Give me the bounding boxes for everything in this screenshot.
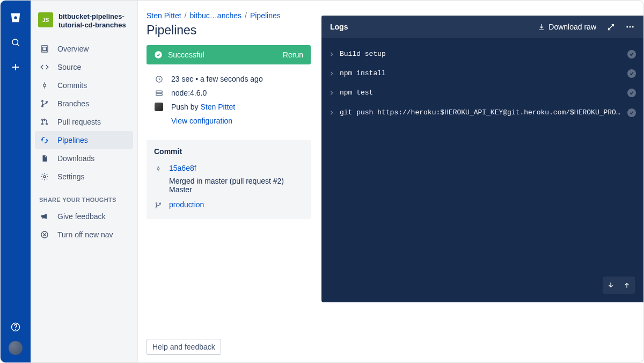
sidebar-item-branches[interactable]: Branches bbox=[35, 95, 133, 113]
download-raw-button[interactable]: Download raw bbox=[538, 23, 596, 31]
sidebar-item-turn-off-new-nav[interactable]: Turn off new nav bbox=[35, 226, 133, 244]
svg-point-23 bbox=[630, 26, 631, 28]
commit-message-row: Merged in master (pull request #2) Maste… bbox=[154, 174, 303, 199]
check-icon bbox=[627, 89, 636, 97]
svg-rect-16 bbox=[156, 91, 162, 93]
sidebar-item-commits[interactable]: Commits bbox=[35, 76, 133, 95]
sidebar-item-source[interactable]: Source bbox=[35, 58, 133, 76]
search-icon[interactable] bbox=[7, 34, 24, 51]
scroll-down-button[interactable] bbox=[603, 277, 619, 294]
sidebar-item-label: Source bbox=[57, 63, 81, 71]
commit-branch-row: production bbox=[154, 199, 303, 210]
log-line[interactable]: git push https://heroku:$HEROKU_API_KEY@… bbox=[329, 103, 636, 122]
branch-icon bbox=[154, 200, 163, 209]
main-content: Sten Pittet / bitbuc…anches / Pipelines … bbox=[138, 1, 321, 362]
more-icon[interactable] bbox=[625, 22, 635, 32]
sidebar-item-downloads[interactable]: Downloads bbox=[35, 149, 133, 168]
feedback-list: Give feedbackTurn off new nav bbox=[31, 207, 137, 244]
svg-point-22 bbox=[626, 26, 628, 28]
breadcrumb-item[interactable]: Sten Pittet bbox=[147, 11, 181, 20]
check-icon bbox=[627, 69, 636, 78]
help-icon[interactable] bbox=[7, 318, 24, 336]
chevron-right-icon bbox=[329, 71, 336, 76]
svg-rect-17 bbox=[156, 93, 162, 96]
sidebar-item-label: Settings bbox=[57, 172, 85, 181]
scroll-up-button[interactable] bbox=[619, 277, 635, 294]
bitbucket-icon[interactable] bbox=[7, 9, 24, 26]
log-text: npm test bbox=[340, 88, 623, 98]
overview-icon bbox=[39, 45, 50, 53]
settings-icon bbox=[39, 172, 50, 181]
author-link[interactable]: Sten Pittet bbox=[200, 103, 235, 111]
svg-point-19 bbox=[156, 202, 157, 204]
commit-hash-row: 15a6e8f bbox=[154, 162, 303, 174]
svg-point-2 bbox=[16, 329, 16, 330]
sidebar-item-label: Pipelines bbox=[57, 136, 88, 144]
downloads-icon bbox=[39, 154, 50, 163]
chevron-right-icon bbox=[329, 52, 336, 57]
sidebar-item-pipelines[interactable]: Pipelines bbox=[35, 131, 133, 149]
commit-card: Commit 15a6e8f Merged in master (pull re… bbox=[147, 140, 311, 219]
meta-image-text: node:4.6.0 bbox=[171, 89, 207, 97]
section-label: SHARE YOUR THOUGHTS bbox=[31, 186, 137, 207]
user-avatar[interactable] bbox=[9, 341, 23, 355]
svg-rect-3 bbox=[41, 46, 48, 52]
sidebar: JS bitbucket-pipelines-tutorial-cd-branc… bbox=[31, 1, 138, 362]
breadcrumb-sep: / bbox=[185, 11, 187, 20]
server-icon bbox=[154, 89, 164, 97]
view-config-link[interactable]: View configuration bbox=[171, 117, 232, 125]
logs-panel: Logs Download raw Build setupnpm install… bbox=[321, 16, 643, 302]
svg-point-9 bbox=[42, 119, 43, 120]
source-icon bbox=[39, 63, 50, 71]
breadcrumb-item[interactable]: bitbuc…anches bbox=[189, 11, 241, 20]
svg-point-7 bbox=[42, 105, 43, 107]
meta-list: 23 sec • a few seconds ago node:4.6.0 Pu… bbox=[149, 72, 309, 128]
commit-heading: Commit bbox=[154, 147, 303, 156]
nav-list: OverviewSourceCommitsBranchesPull reques… bbox=[31, 40, 137, 186]
commit-hash-link[interactable]: 15a6e8f bbox=[169, 164, 196, 172]
meta-push-text: Push by Sten Pittet bbox=[171, 103, 235, 111]
log-line[interactable]: npm install bbox=[329, 64, 636, 83]
breadcrumb-item[interactable]: Pipelines bbox=[250, 11, 281, 20]
repo-logo: JS bbox=[38, 12, 53, 27]
megaphone-icon bbox=[39, 212, 50, 221]
scroll-controls bbox=[603, 277, 635, 294]
clock-icon bbox=[154, 75, 164, 83]
log-line[interactable]: Build setup bbox=[329, 45, 636, 64]
expand-icon[interactable] bbox=[606, 22, 616, 32]
meta-push: Push by Sten Pittet bbox=[149, 100, 309, 114]
meta-duration-text: 23 sec • a few seconds ago bbox=[171, 75, 263, 83]
plus-icon[interactable] bbox=[7, 59, 24, 76]
commit-icon bbox=[154, 164, 163, 172]
meta-config: View configuration bbox=[149, 114, 309, 128]
sidebar-item-pull-requests[interactable]: Pull requests bbox=[35, 113, 133, 131]
commits-icon bbox=[39, 81, 50, 90]
svg-point-21 bbox=[159, 203, 160, 204]
svg-point-11 bbox=[46, 123, 48, 125]
chevron-right-icon bbox=[329, 90, 336, 96]
log-text: Build setup bbox=[340, 49, 623, 59]
sidebar-item-label: Branches bbox=[57, 99, 89, 108]
meta-image: node:4.6.0 bbox=[149, 86, 309, 100]
meta-duration: 23 sec • a few seconds ago bbox=[149, 72, 309, 86]
close-circle-icon bbox=[39, 230, 50, 239]
svg-point-6 bbox=[42, 100, 43, 102]
global-nav bbox=[1, 1, 31, 362]
svg-point-8 bbox=[46, 101, 48, 103]
rerun-button[interactable]: Rerun bbox=[283, 50, 303, 59]
commit-message: Merged in master (pull request #2) Maste… bbox=[154, 177, 303, 194]
log-text: git push https://heroku:$HEROKU_API_KEY@… bbox=[340, 108, 623, 118]
sidebar-item-overview[interactable]: Overview bbox=[35, 40, 133, 58]
commit-branch-link[interactable]: production bbox=[169, 200, 204, 209]
pull-requests-icon bbox=[39, 118, 50, 126]
sidebar-item-label: Give feedback bbox=[57, 212, 106, 221]
svg-rect-4 bbox=[43, 47, 47, 50]
chevron-right-icon bbox=[329, 110, 336, 115]
sidebar-item-settings[interactable]: Settings bbox=[35, 168, 133, 186]
log-line[interactable]: npm test bbox=[329, 83, 636, 103]
help-feedback-button[interactable]: Help and feedback bbox=[147, 339, 221, 355]
check-icon bbox=[627, 50, 636, 59]
check-icon bbox=[627, 108, 636, 117]
sidebar-item-label: Pull requests bbox=[57, 118, 101, 126]
sidebar-item-give-feedback[interactable]: Give feedback bbox=[35, 207, 133, 226]
